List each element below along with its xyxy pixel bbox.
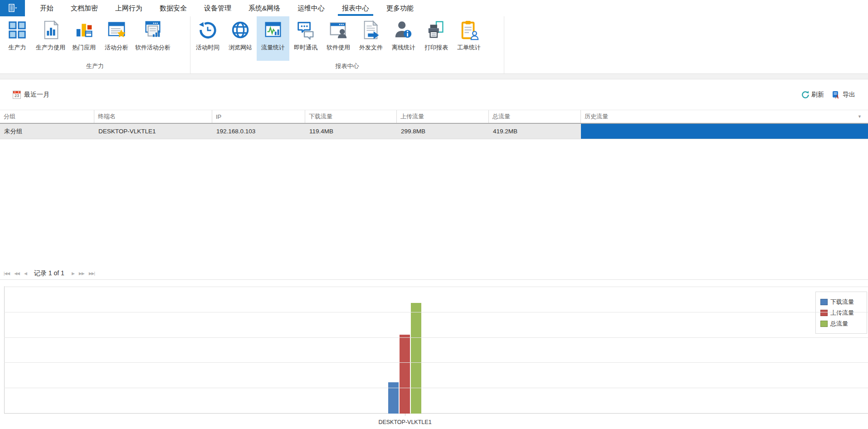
ribbon-button-label: 浏览网站 (229, 44, 252, 52)
app-menu-button[interactable] (0, 0, 25, 16)
legend-item-download: 下载流量 (820, 297, 867, 307)
column-header-label: 历史流量 (585, 112, 608, 121)
column-header-history[interactable]: 历史流量 ▼ (581, 110, 868, 123)
ribbon-button-software-usage[interactable]: 软件使用 (322, 16, 355, 61)
ribbon-button-productivity[interactable]: 生产力 (1, 16, 34, 61)
column-header-download[interactable]: 下载流量 (305, 110, 397, 123)
pager-first-button[interactable]: |◀◀ (4, 271, 10, 276)
tab-device-management[interactable]: 设备管理 (195, 0, 240, 16)
refresh-icon (801, 91, 809, 98)
report-toolbar: 23 最近一月 刷新 A 导出 (0, 79, 868, 110)
pdf-export-icon: A (832, 91, 840, 99)
ribbon-button-productivity-usage[interactable]: 生产力使用 (34, 16, 68, 61)
printer-icon (426, 20, 447, 40)
legend-swatch-total (820, 321, 828, 327)
legend-swatch-upload (820, 310, 828, 316)
refresh-button[interactable]: 刷新 (801, 91, 824, 99)
tab-more-features[interactable]: 更多功能 (378, 0, 422, 16)
legend-item-total: 总流量 (820, 318, 867, 329)
app-menu-icon (7, 4, 19, 13)
pager-prev-button[interactable]: ◀ (24, 271, 27, 276)
window-star-icon (106, 20, 127, 40)
pager-next-page-button[interactable]: ▶▶ (79, 271, 84, 276)
column-header-group[interactable]: 分组 (0, 110, 94, 123)
table-row[interactable]: 未分组 DESKTOP-VLKTLE1 192.168.0.103 119.4M… (0, 124, 868, 139)
ribbon-button-work-order-stats[interactable]: 工单统计 (453, 16, 485, 61)
ribbon-button-print-report[interactable]: 打印报表 (420, 16, 453, 61)
column-header-label: 分组 (4, 112, 15, 121)
legend-swatch-download (820, 299, 828, 305)
tab-data-security[interactable]: 数据安全 (151, 0, 195, 16)
date-range-label: 最近一月 (24, 91, 49, 99)
ribbon-button-outgoing-files[interactable]: 外发文件 (355, 16, 387, 61)
date-range-filter[interactable]: 23 最近一月 (13, 91, 49, 99)
column-filter-dropdown-icon[interactable]: ▼ (858, 114, 864, 119)
ribbon-group-report-center: 活动时间 浏览网站 流量统计 (190, 16, 504, 73)
chart-gridline (4, 287, 868, 287)
ribbon-button-label: 生产力 (9, 44, 26, 52)
tab-internet-behavior[interactable]: 上网行为 (107, 0, 151, 16)
user-info-icon (393, 20, 414, 40)
ribbon-button-software-activity-analysis[interactable]: 软件活动分析 (133, 16, 173, 61)
ribbon-button-label: 软件使用 (327, 44, 350, 52)
svg-text:A: A (835, 93, 839, 99)
document-chart-icon (40, 20, 61, 40)
ribbon-button-browse-websites[interactable]: 浏览网站 (224, 16, 257, 61)
ribbon-button-label: 工单统计 (457, 44, 481, 52)
column-header-upload[interactable]: 上传流量 (397, 110, 489, 123)
table-header-row: 分组 终端名 IP 下载流量 上传流量 总流量 历史流量 ▼ (0, 110, 868, 124)
ribbon-group-productivity-buttons: 生产力 生产力使用 热门应用 (1, 16, 189, 62)
legend-label: 总流量 (830, 320, 848, 328)
ribbon-button-label: 活动时间 (196, 44, 219, 52)
ribbon-button-label: 离线统计 (392, 44, 415, 52)
clipboard-user-icon (458, 20, 479, 40)
bar-total (411, 303, 421, 414)
cell-group: 未分组 (0, 124, 94, 139)
export-label: 导出 (843, 91, 855, 99)
ribbon-button-instant-messaging[interactable]: 即时通讯 (289, 16, 322, 61)
chart-gridline (4, 388, 868, 388)
pager-prev-page-button[interactable]: ◀◀ (14, 271, 20, 276)
ribbon-button-label: 热门应用 (72, 44, 96, 52)
ribbon-button-offline-stats[interactable]: 离线统计 (387, 16, 420, 61)
ribbon-button-label: 即时通讯 (294, 44, 317, 52)
tab-document-encryption[interactable]: 文档加密 (62, 0, 107, 16)
ribbon-button-activity-analysis[interactable]: 活动分析 (100, 16, 133, 61)
calendar-day-number: 23 (13, 93, 20, 98)
column-header-total[interactable]: 总流量 (489, 110, 581, 123)
ribbon-button-hot-apps[interactable]: 热门应用 (68, 16, 100, 61)
traffic-bar-chart: DESKTOP-VLKTLE1 下载流量 上传流量 总流量 (0, 280, 868, 429)
traffic-stats-icon (263, 20, 283, 40)
ribbon-button-activity-time[interactable]: 活动时间 (191, 16, 224, 61)
table-empty-area (0, 139, 868, 267)
traffic-table: 分组 终端名 IP 下载流量 上传流量 总流量 历史流量 ▼ 未分组 DESKT… (0, 110, 868, 267)
tab-system-network[interactable]: 系统&网络 (240, 0, 289, 16)
ribbon-group-label-productivity: 生产力 (1, 62, 189, 73)
legend-label: 下载流量 (830, 298, 854, 306)
toolbar-right-actions: 刷新 A 导出 (801, 91, 855, 99)
column-header-terminal[interactable]: 终端名 (94, 110, 212, 123)
cell-history (581, 124, 868, 139)
tab-home[interactable]: 开始 (31, 0, 62, 16)
ribbon-button-traffic-stats[interactable]: 流量统计 (257, 16, 289, 61)
ribbon-group-label-report-center: 报表中心 (191, 62, 503, 73)
pager: |◀◀ ◀◀ ◀ 记录 1 of 1 ▶ ▶▶ ▶▶| (0, 267, 868, 280)
export-button[interactable]: A 导出 (832, 91, 855, 99)
cell-ip: 192.168.0.103 (212, 124, 305, 139)
tab-ops-center[interactable]: 运维中心 (289, 0, 333, 16)
column-header-label: 上传流量 (400, 112, 424, 121)
pager-record-text: 记录 1 of 1 (34, 269, 64, 278)
tab-report-center[interactable]: 报表中心 (333, 0, 378, 16)
ribbon-button-label: 打印报表 (424, 44, 448, 52)
chart-gridline (4, 362, 868, 363)
cell-terminal: DESKTOP-VLKTLE1 (94, 124, 212, 139)
clock-history-icon (197, 20, 218, 40)
pager-next-button[interactable]: ▶ (72, 271, 74, 276)
chart-gridline (4, 337, 868, 338)
menu-bar: 开始 文档加密 上网行为 数据安全 设备管理 系统&网络 运维中心 报表中心 更… (0, 0, 868, 16)
file-export-icon (361, 20, 381, 40)
ribbon-button-label: 活动分析 (105, 44, 128, 52)
pager-last-button[interactable]: ▶▶| (89, 271, 95, 276)
column-header-ip[interactable]: IP (212, 110, 305, 123)
history-traffic-bar (581, 124, 868, 139)
